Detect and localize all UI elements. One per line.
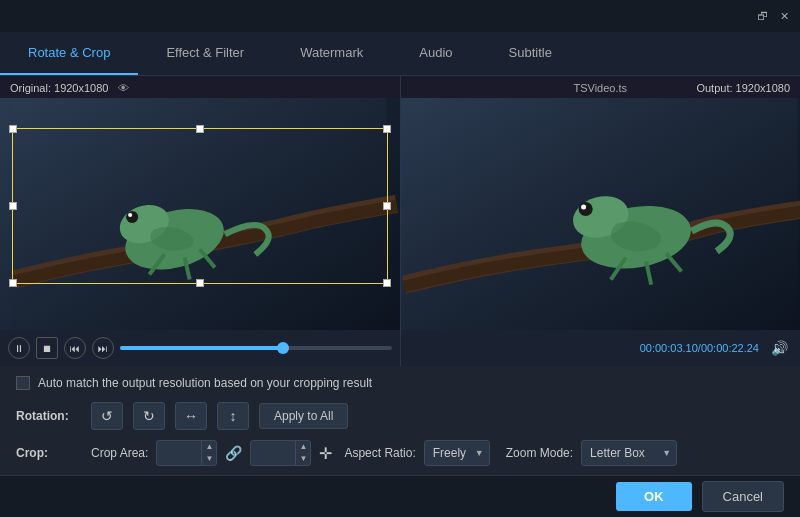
link-icon[interactable]: 🔗	[225, 445, 242, 461]
crop-width-input[interactable]: 1920	[157, 441, 201, 465]
crop-height-input-wrap: 1080 ▲ ▼	[250, 440, 311, 466]
apply-to-all-button[interactable]: Apply to All	[259, 403, 348, 429]
crop-height-input[interactable]: 1080	[251, 441, 295, 465]
svg-point-12	[581, 204, 586, 209]
crop-overlay[interactable]	[12, 128, 388, 284]
svg-point-11	[578, 202, 592, 216]
crop-width-spinners: ▲ ▼	[201, 441, 216, 465]
aspect-ratio-select[interactable]: Freely 16:9 4:3 1:1	[424, 440, 490, 466]
crop-height-down[interactable]: ▼	[296, 453, 310, 465]
rotation-label: Rotation:	[16, 409, 81, 423]
crop-area-label: Crop Area:	[91, 446, 148, 460]
eye-icon[interactable]: 👁	[118, 82, 129, 94]
crop-inner-row: Crop Area: 1920 ▲ ▼ 🔗 1080 ▲ ▼	[91, 440, 677, 466]
cancel-button[interactable]: Cancel	[702, 481, 784, 512]
auto-match-label: Auto match the output resolution based o…	[38, 376, 372, 390]
video-panels: Original: 1920x1080 👁	[0, 76, 800, 366]
zoom-mode-select[interactable]: Letter Box Pan & Scan Full	[581, 440, 677, 466]
tab-audio[interactable]: Audio	[391, 31, 480, 75]
tab-subtitle[interactable]: Subtitle	[481, 31, 580, 75]
zoom-mode-select-wrap: Letter Box Pan & Scan Full ▼	[581, 440, 677, 466]
timeline-bar-right: 00:00:03.10/00:00:22.24 🔊	[401, 330, 801, 366]
crop-label: Crop:	[16, 446, 81, 460]
play-pause-button[interactable]: ⏸	[8, 337, 30, 359]
video-bg-right	[401, 98, 801, 330]
close-button[interactable]: ✕	[776, 8, 792, 24]
crop-handle-top-right[interactable]	[383, 125, 391, 133]
crop-handle-middle-left[interactable]	[9, 202, 17, 210]
restore-button[interactable]: 🗗	[754, 8, 770, 24]
crop-handle-top-center[interactable]	[196, 125, 204, 133]
rotation-row: Rotation: ↺ ↻ ↔ ↕ Apply to All	[16, 402, 784, 430]
time-display: 00:00:03.10/00:00:22.24	[640, 342, 759, 354]
rotate-left-button[interactable]: ↺	[91, 402, 123, 430]
crop-handle-bottom-center[interactable]	[196, 279, 204, 287]
crop-handle-bottom-left[interactable]	[9, 279, 17, 287]
prev-frame-button[interactable]: ⏮	[64, 337, 86, 359]
title-bar: 🗗 ✕	[0, 0, 800, 32]
timeline-bar-left: ⏸ ⏹ ⏮ ⏭	[0, 330, 400, 366]
crop-width-up[interactable]: ▲	[202, 441, 216, 453]
filename-label: TSVideo.ts	[573, 82, 627, 94]
auto-match-row: Auto match the output resolution based o…	[16, 376, 784, 390]
tabs-bar: Rotate & Crop Effect & Filter Watermark …	[0, 32, 800, 76]
left-video-panel: Original: 1920x1080 👁	[0, 76, 400, 366]
stop-button[interactable]: ⏹	[36, 337, 58, 359]
video-bg-left	[0, 98, 400, 330]
tab-rotate-crop[interactable]: Rotate & Crop	[0, 31, 138, 75]
crop-height-up[interactable]: ▲	[296, 441, 310, 453]
volume-icon[interactable]: 🔊	[771, 340, 788, 356]
aspect-ratio-select-wrap: Freely 16:9 4:3 1:1 ▼	[424, 440, 490, 466]
flip-vertical-button[interactable]: ↕	[217, 402, 249, 430]
aspect-ratio-label: Aspect Ratio:	[344, 446, 415, 460]
crop-handle-top-left[interactable]	[9, 125, 17, 133]
auto-match-checkbox[interactable]	[16, 376, 30, 390]
crop-handle-bottom-right[interactable]	[383, 279, 391, 287]
rotate-right-button[interactable]: ↻	[133, 402, 165, 430]
crop-height-spinners: ▲ ▼	[295, 441, 310, 465]
crop-row: Crop: Crop Area: 1920 ▲ ▼ 🔗 1080	[16, 440, 784, 466]
crop-width-down[interactable]: ▼	[202, 453, 216, 465]
output-label: Output: 1920x1080	[696, 82, 790, 94]
right-video-panel: TSVideo.ts Output: 1920x1080	[400, 76, 801, 366]
action-bar: OK Cancel	[0, 475, 800, 517]
original-label: Original: 1920x1080 👁	[10, 82, 129, 94]
zoom-mode-label: Zoom Mode:	[506, 446, 573, 460]
progress-thumb[interactable]	[277, 342, 289, 354]
center-crop-button[interactable]: ✛	[319, 444, 332, 463]
crop-handle-middle-right[interactable]	[383, 202, 391, 210]
progress-track[interactable]	[120, 346, 392, 350]
tab-effect-filter[interactable]: Effect & Filter	[138, 31, 272, 75]
tab-watermark[interactable]: Watermark	[272, 31, 391, 75]
flip-horizontal-button[interactable]: ↔	[175, 402, 207, 430]
progress-fill	[120, 346, 283, 350]
next-frame-button[interactable]: ⏭	[92, 337, 114, 359]
ok-button[interactable]: OK	[616, 482, 692, 511]
crop-width-input-wrap: 1920 ▲ ▼	[156, 440, 217, 466]
